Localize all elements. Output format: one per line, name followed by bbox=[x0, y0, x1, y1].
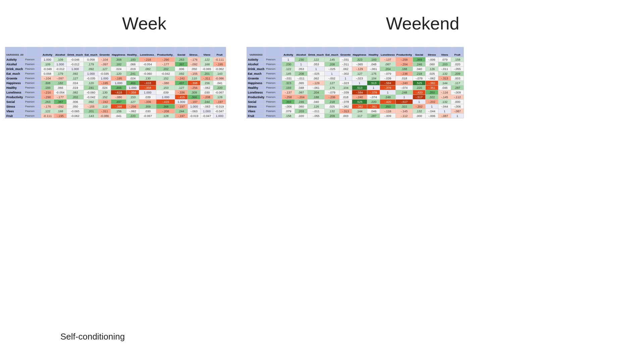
cell-12-0: -0.111 bbox=[41, 114, 54, 118]
cell-7-1: .087 bbox=[295, 90, 308, 95]
cell-1-3: .179 bbox=[84, 62, 98, 67]
cell-10-3: .025 bbox=[325, 104, 339, 109]
cell-6-1: .048 bbox=[295, 85, 308, 90]
cell-0-11: .079 bbox=[438, 57, 451, 62]
cell-10-6: -.351 bbox=[367, 104, 380, 109]
cell-5-3: .120 bbox=[84, 81, 98, 85]
cell-9-7: -.420 bbox=[380, 100, 396, 104]
cell-2-12: -.055 bbox=[451, 67, 464, 71]
cell-8-8: 1.000 bbox=[156, 95, 175, 100]
cell-4-2: .062 bbox=[308, 76, 325, 81]
cell-6-10: -.351 bbox=[426, 85, 438, 90]
cell-10-10: 1.000 bbox=[188, 104, 201, 109]
cell-8-5: -.080 bbox=[111, 95, 126, 100]
cell-10-9: -.202 bbox=[413, 104, 426, 109]
cell-3-11: .201 bbox=[201, 71, 213, 76]
cell-9-11: .132 bbox=[438, 100, 451, 104]
cell-3-3: 1.000 bbox=[84, 71, 98, 76]
cell-7-5: -.584 bbox=[352, 90, 367, 95]
cell-6-10: -.256 bbox=[188, 85, 201, 90]
cell-11-8: -.208 bbox=[156, 109, 175, 114]
cell-2-8: .188 bbox=[395, 67, 413, 71]
cell-9-9: 1.000 bbox=[175, 100, 188, 104]
cell-1-5: -.065 bbox=[352, 62, 367, 67]
cell-7-11: -.116 bbox=[438, 90, 451, 95]
cell-1-11: .168 bbox=[201, 62, 213, 67]
cell-2-11: -.011 bbox=[438, 67, 451, 71]
row-var-alcohol: Alcohol bbox=[247, 62, 265, 67]
cell-1-6: .066 bbox=[126, 62, 139, 67]
cell-5-4: -.195 bbox=[98, 81, 111, 85]
cell-10-11: -.044 bbox=[438, 104, 451, 109]
cell-0-4: -.104 bbox=[98, 57, 111, 62]
cell-5-11: .144 bbox=[438, 81, 451, 85]
cell-6-5: .513 bbox=[352, 85, 367, 90]
cell-3-0: 0.058 bbox=[41, 71, 54, 76]
cell-10-1: -.092 bbox=[54, 104, 66, 109]
cell-5-5: 1 bbox=[352, 81, 367, 85]
cell-3-2: -.025 bbox=[308, 71, 325, 76]
cell-8-3: -0.042 bbox=[84, 95, 98, 100]
cell-0-9: .263 bbox=[175, 57, 188, 62]
col-header-happiness: Happiness bbox=[111, 47, 126, 57]
cell-10-10: 1 bbox=[426, 104, 438, 109]
cell-6-4: .024 bbox=[98, 85, 111, 90]
cell-3-6: .175 bbox=[367, 71, 380, 76]
cell-1-0: .109 bbox=[41, 62, 54, 67]
cell-1-4: -.011 bbox=[339, 62, 352, 67]
col-header-social: Social bbox=[413, 47, 426, 57]
cell-10-4: .110 bbox=[98, 104, 111, 109]
cell-5-7: -.618 bbox=[139, 81, 156, 85]
cell-3-8: -.236 bbox=[395, 71, 413, 76]
cell-10-11: -.063 bbox=[201, 104, 213, 109]
cell-11-10: -.044 bbox=[426, 109, 438, 114]
cell-12-11: -.087 bbox=[438, 114, 451, 118]
cell-11-2: -0.065 bbox=[66, 109, 84, 114]
cell-9-11: .244 bbox=[201, 100, 213, 104]
cell-9-10: -.197 bbox=[188, 100, 201, 104]
cell-8-8: 1 bbox=[395, 95, 413, 100]
cell-10-8: .366 bbox=[156, 104, 175, 109]
cell-2-10: .050 bbox=[188, 67, 201, 71]
cell-9-3: .218 bbox=[325, 100, 339, 104]
cell-2-9: .040 bbox=[413, 67, 426, 71]
cell-10-1: .060 bbox=[295, 104, 308, 109]
col-header-groente: Groente bbox=[339, 47, 352, 57]
row-var-groente: Groente bbox=[5, 76, 24, 81]
cell-10-12: -0.019 bbox=[213, 104, 226, 109]
cell-6-7: -.378 bbox=[380, 85, 396, 90]
col-header-eat-much: Eat_much bbox=[84, 47, 98, 57]
cell-3-7: -0.060 bbox=[139, 71, 156, 76]
cell-12-0: .158 bbox=[282, 114, 295, 118]
cell-11-11: 1.000 bbox=[201, 109, 213, 114]
cell-7-5: -.618 bbox=[111, 90, 126, 95]
row-sub-label-5: Pearson bbox=[24, 81, 41, 85]
cell-1-7: -0.054 bbox=[139, 62, 156, 67]
cell-8-6: .153 bbox=[126, 95, 139, 100]
weekend-correlation-table: VAR00003ActivityAlcoholDrink_muchEat_muc… bbox=[247, 47, 464, 118]
cell-9-8: -.517 bbox=[395, 100, 413, 104]
cell-3-0: .145 bbox=[282, 71, 295, 76]
cell-8-4: .152 bbox=[98, 95, 111, 100]
cell-6-1: .066 bbox=[54, 85, 66, 90]
col-header-stress-: Stress_ bbox=[188, 47, 201, 57]
cell-7-12: -0.067 bbox=[213, 90, 226, 95]
cell-7-10: .309 bbox=[188, 90, 201, 95]
cell-0-2: -0.046 bbox=[66, 57, 84, 62]
cell-8-7: .248 bbox=[380, 95, 396, 100]
cell-3-5: .120 bbox=[111, 71, 126, 76]
cell-6-8: .153 bbox=[156, 85, 175, 90]
cell-1-7: .087 bbox=[380, 62, 396, 67]
cell-4-2: .127 bbox=[66, 76, 84, 81]
cell-11-12: -0.047 bbox=[213, 109, 226, 114]
cell-0-5: .308 bbox=[111, 57, 126, 62]
cell-12-9: -.197 bbox=[175, 114, 188, 118]
cell-0-7: -.137 bbox=[380, 57, 396, 62]
cell-6-6: 1.000 bbox=[126, 85, 139, 90]
cell-8-2: .188 bbox=[308, 95, 325, 100]
cell-11-7: .030 bbox=[139, 109, 156, 114]
cell-10-2: .050 bbox=[66, 104, 84, 109]
cell-6-6: 1 bbox=[367, 85, 380, 90]
cell-5-0: .308 bbox=[41, 81, 54, 85]
col-header-happiness: Happiness bbox=[352, 47, 367, 57]
